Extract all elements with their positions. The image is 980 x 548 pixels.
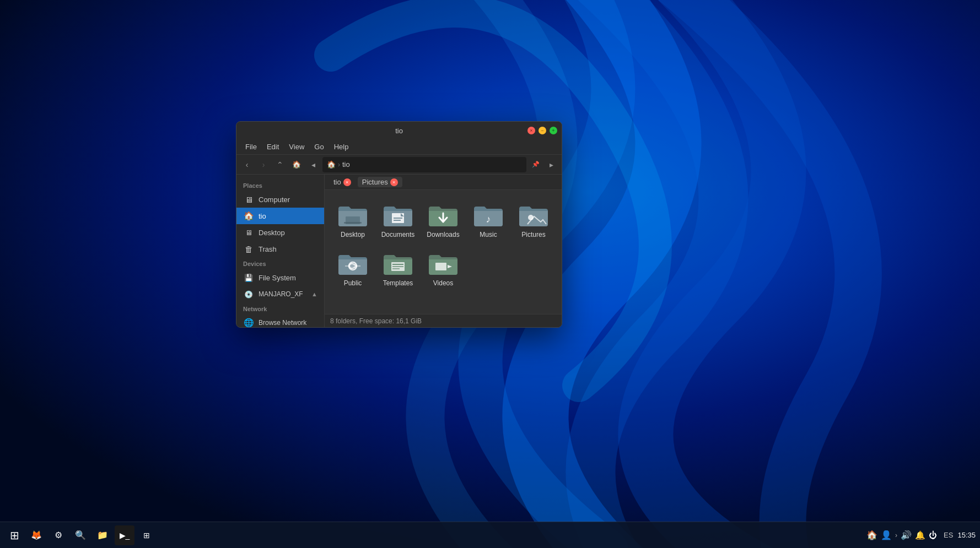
file-grid-container: tio × Pictures ×	[325, 175, 562, 327]
tab-pictures[interactable]: Pictures ×	[358, 177, 402, 187]
file-documents-name: Documents	[381, 231, 415, 238]
taskbar-settings[interactable]: ⚙	[49, 525, 68, 545]
file-item-videos[interactable]: Videos	[422, 245, 465, 291]
taskbar-systray: 🏠 👤 › 🔊 🔔 ⏻	[866, 530, 937, 540]
forward-button[interactable]: ›	[256, 158, 271, 172]
sidebar: Places 🖥 Computer 🏠 tio 🖥 Desktop 🗑 Tras…	[236, 175, 325, 327]
bookmarks-left[interactable]: ◂	[306, 158, 320, 172]
menu-edit[interactable]: Edit	[262, 140, 283, 153]
back-button[interactable]: ‹	[240, 158, 254, 172]
file-downloads-name: Downloads	[427, 231, 459, 238]
content-area: Places 🖥 Computer 🏠 tio 🖥 Desktop 🗑 Tras…	[236, 175, 562, 327]
svg-rect-2	[344, 222, 362, 224]
start-button[interactable]: ⊞	[4, 525, 24, 545]
taskbar-arrow[interactable]: ›	[895, 531, 897, 539]
file-item-desktop[interactable]: Desktop	[331, 197, 374, 243]
desktop-icon: 🖥	[243, 227, 254, 238]
places-label: Places	[236, 179, 324, 191]
taskbar: ⊞ 🦊 ⚙ 🔍 📁 ▶_ ⊞ 🏠 👤 › 🔊 🔔 ⏻ ES 15:35	[0, 522, 980, 548]
menu-file[interactable]: File	[241, 140, 261, 153]
sidebar-item-computer[interactable]: 🖥 Computer	[236, 191, 324, 208]
file-item-downloads[interactable]: Downloads	[422, 197, 465, 243]
file-music-name: Music	[480, 231, 497, 238]
file-item-pictures[interactable]: Pictures	[512, 197, 555, 243]
sidebar-item-filesystem[interactable]: 💾 File System	[236, 269, 324, 286]
eject-icon[interactable]: ▲	[311, 291, 317, 297]
menu-help[interactable]: Help	[330, 140, 353, 153]
file-pictures-name: Pictures	[521, 231, 545, 238]
location-home-icon: 🏠	[327, 160, 336, 169]
tab-tio[interactable]: tio ×	[329, 177, 356, 187]
sidebar-item-tio[interactable]: 🏠 tio	[236, 208, 324, 224]
tab-pictures-close[interactable]: ×	[390, 178, 398, 186]
svg-text:♪: ♪	[486, 214, 491, 225]
close-button[interactable]: ×	[527, 127, 535, 134]
systray-user-icon[interactable]: 👤	[881, 530, 892, 540]
systray-power-icon[interactable]: ⏻	[929, 530, 937, 540]
taskbar-right: 🏠 👤 › 🔊 🔔 ⏻ ES 15:35	[866, 530, 976, 540]
file-item-music[interactable]: ♪ Music	[467, 197, 510, 243]
window-title: tio	[395, 127, 403, 135]
location-separator: ›	[338, 161, 340, 169]
taskbar-appfinder[interactable]: 🔍	[71, 525, 90, 545]
location-bar: 🏠 › tio	[322, 157, 526, 172]
devices-label: Devices	[236, 257, 324, 269]
network-label: Network	[236, 302, 324, 314]
reload-button[interactable]: 📌	[529, 158, 543, 172]
path-tabs: tio × Pictures ×	[325, 175, 562, 190]
nav-right: 📌 ▸	[529, 158, 558, 172]
nav-bar: ‹ › ⌃ 🏠 ◂ 🏠 › tio 📌 ▸	[236, 155, 562, 175]
up-button[interactable]: ⌃	[273, 158, 287, 172]
sidebar-item-trash[interactable]: 🗑 Trash	[236, 241, 324, 257]
tab-tio-close[interactable]: ×	[343, 178, 351, 186]
sidebar-item-computer-label: Computer	[259, 196, 290, 204]
svg-rect-15	[435, 263, 446, 270]
taskbar-firefox[interactable]: 🦊	[26, 525, 46, 545]
file-grid: Desktop Documents	[325, 190, 562, 314]
tab-tio-label: tio	[333, 178, 341, 186]
file-videos-name: Videos	[433, 279, 453, 287]
file-manager-window: tio × − + File Edit View Go Help ‹ › ⌃ 🏠…	[236, 121, 562, 328]
taskbar-clock: 15:35	[957, 531, 976, 539]
menu-view[interactable]: View	[284, 140, 309, 153]
file-item-documents[interactable]: Documents	[376, 197, 419, 243]
location-path: tio	[342, 160, 350, 169]
taskbar-language: ES	[944, 531, 953, 539]
home-button[interactable]: 🏠	[289, 158, 304, 172]
taskbar-appgrid[interactable]: ⊞	[137, 525, 157, 545]
taskbar-left: ⊞ 🦊 ⚙ 🔍 📁 ▶_ ⊞	[4, 525, 157, 545]
sidebar-item-trash-label: Trash	[259, 245, 277, 253]
tab-pictures-label: Pictures	[362, 178, 388, 186]
status-bar: 8 folders, Free space: 16,1 GiB	[325, 314, 562, 327]
sidebar-item-desktop-label: Desktop	[259, 229, 285, 237]
sidebar-item-desktop[interactable]: 🖥 Desktop	[236, 224, 324, 241]
filesystem-icon: 💾	[243, 272, 254, 283]
systray-notifications[interactable]: 🔔	[915, 530, 925, 540]
systray-volume-icon[interactable]: 🔊	[901, 530, 912, 540]
minimize-button[interactable]: −	[539, 127, 546, 134]
taskbar-time: 15:35	[957, 531, 976, 539]
taskbar-files[interactable]: 📁	[93, 525, 112, 545]
maximize-button[interactable]: +	[550, 127, 557, 134]
sidebar-item-filesystem-label: File System	[259, 274, 296, 282]
sidebar-item-usb[interactable]: 💿 MANJARO_XFCE... ▲	[236, 286, 324, 302]
file-desktop-name: Desktop	[341, 231, 365, 238]
systray-home-icon[interactable]: 🏠	[866, 530, 877, 540]
window-controls: × − +	[527, 127, 557, 134]
status-text: 8 folders, Free space: 16,1 GiB	[330, 317, 422, 325]
file-item-templates[interactable]: Templates	[376, 245, 419, 291]
computer-icon: 🖥	[243, 194, 254, 205]
split-button[interactable]: ▸	[544, 158, 558, 172]
file-item-public[interactable]: Public	[331, 245, 374, 291]
menu-go[interactable]: Go	[310, 140, 328, 153]
sidebar-item-usb-label: MANJARO_XFCE...	[259, 290, 303, 298]
sidebar-item-browse-network[interactable]: 🌐 Browse Network	[236, 314, 324, 327]
title-bar: tio × − +	[236, 122, 562, 139]
home-folder-icon: 🏠	[243, 210, 254, 221]
taskbar-terminal[interactable]: ▶_	[115, 525, 134, 545]
trash-icon: 🗑	[243, 243, 254, 254]
network-icon: 🌐	[243, 317, 254, 327]
sidebar-item-network-label: Browse Network	[259, 319, 306, 327]
file-templates-name: Templates	[383, 279, 413, 287]
menu-bar: File Edit View Go Help	[236, 139, 562, 155]
